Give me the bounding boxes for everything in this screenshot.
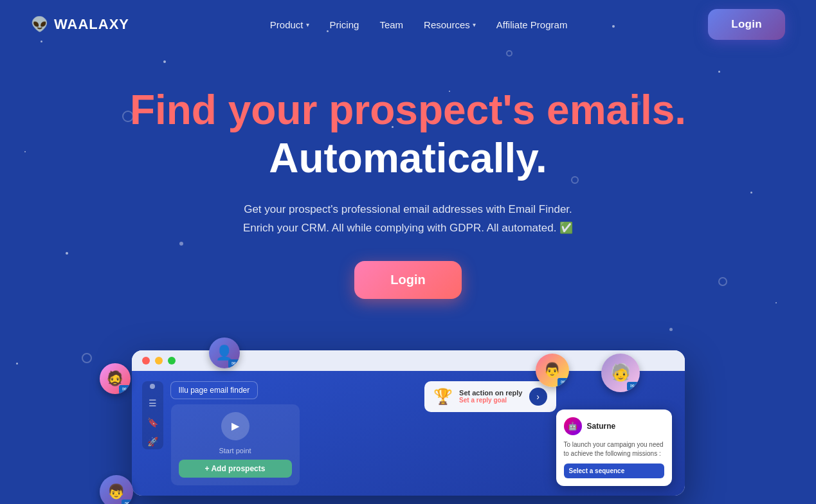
trophy-icon: 🏆 (433, 388, 453, 406)
sidebar-icons: ☰ 🔖 🚀 (142, 381, 163, 449)
saturne-avatar: 🤖 (564, 417, 582, 435)
nav-link-pricing[interactable]: Pricing (330, 19, 359, 30)
nav-item-affiliate[interactable]: Affiliate Program (496, 19, 568, 30)
sidebar-icon-3: 🚀 (147, 437, 158, 447)
trophy-main-text: Set action on reply (459, 389, 522, 397)
hero-login-button[interactable]: Login (354, 261, 461, 299)
nav-link-team[interactable]: Team (379, 19, 403, 30)
logo-icon: 👽 (31, 16, 49, 33)
trophy-sub-text: Set a reply goal (459, 397, 522, 404)
sidebar-icon-1: ☰ (149, 398, 157, 408)
illu-tag: Illu page email finder (170, 381, 258, 399)
select-sequence-button[interactable]: Select a sequence (564, 464, 664, 478)
nav-link-affiliate[interactable]: Affiliate Program (496, 19, 568, 30)
sequence-panel: ▶ Start point + Add prospects (171, 404, 300, 485)
navbar: 👽 WAALAXY Product ▾ Pricing Team Resourc… (0, 0, 816, 49)
window-maximize-dot (168, 357, 176, 364)
avatar-bottom-left: 👦 ✉ (100, 475, 133, 504)
sidebar-dot (150, 384, 155, 389)
avatar-far-right: 🧓 ✉ (601, 354, 640, 392)
nav-link-resources[interactable]: Resources ▾ (424, 19, 476, 30)
nav-item-resources[interactable]: Resources ▾ (424, 19, 476, 30)
trophy-card: 🏆 Set action on reply Set a reply goal › (424, 381, 556, 412)
hero-title-line1: Find your prospect's emails. (13, 87, 803, 132)
hero-subtitle: Get your prospect's professional email a… (209, 201, 608, 238)
nav-links: Product ▾ Pricing Team Resources ▾ Affil… (270, 19, 568, 30)
play-button[interactable]: ▶ (221, 412, 249, 440)
avatar-top-left: 👤 ✉ (209, 338, 240, 368)
avatar-middle-left: 🧔 ✉ (100, 363, 131, 394)
chevron-down-icon: ▾ (473, 21, 476, 28)
app-preview-section: 👤 ✉ 🧔 ✉ 👨 ✉ 🧓 ✉ ☰ 🔖 🚀 Illu page e (119, 350, 698, 496)
nav-item-product[interactable]: Product ▾ (270, 19, 309, 30)
avatar-top-right: 👨 ✉ (536, 354, 569, 387)
saturne-description: To launch your campaign you need to achi… (564, 440, 664, 458)
saturne-header: 🤖 Saturne (564, 417, 664, 435)
sidebar-icon-2: 🔖 (147, 417, 158, 428)
brand-name: WAALAXY (54, 16, 129, 33)
brand-logo[interactable]: 👽 WAALAXY (31, 16, 129, 33)
saturne-card: 🤖 Saturne To launch your campaign you ne… (556, 410, 672, 486)
window-content: ☰ 🔖 🚀 Illu page email finder ▶ Start poi… (132, 371, 685, 496)
nav-item-team[interactable]: Team (379, 19, 403, 30)
saturne-name: Saturne (587, 422, 616, 431)
chevron-down-icon: ▾ (306, 21, 309, 28)
hero-section: Find your prospect's emails. Automatical… (0, 49, 816, 325)
start-point-label: Start point (179, 447, 292, 455)
nav-item-pricing[interactable]: Pricing (330, 19, 359, 30)
window-minimize-dot (155, 357, 163, 364)
nav-link-product[interactable]: Product ▾ (270, 19, 309, 30)
add-prospects-button[interactable]: + Add prospects (179, 460, 292, 478)
next-arrow-icon[interactable]: › (529, 388, 547, 406)
window-close-dot (142, 357, 150, 364)
nav-login-button[interactable]: Login (708, 9, 785, 40)
hero-title-line2: Automatically. (13, 135, 803, 183)
